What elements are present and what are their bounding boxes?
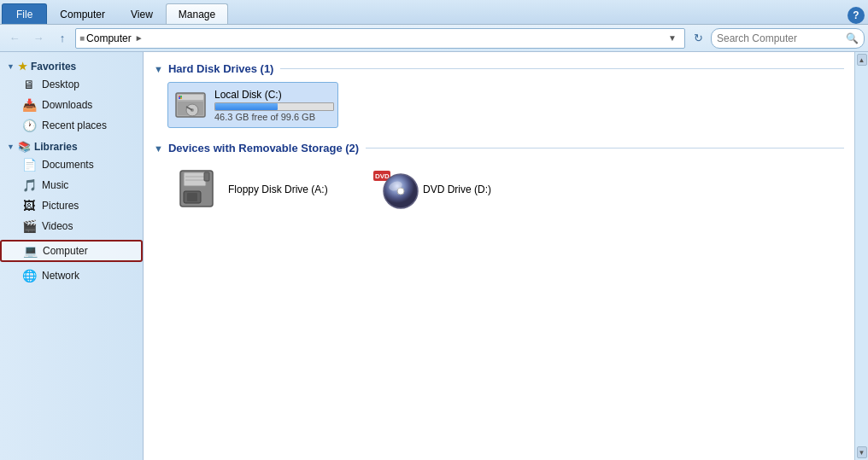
recent-places-label: Recent places — [42, 119, 107, 131]
hard-disk-section-header: ▼ Hard Disk Drives (1) — [154, 62, 844, 75]
ribbon-right: ? — [847, 7, 868, 24]
sidebar-item-network[interactable]: 🌐 Network — [0, 265, 143, 286]
scroll-down-icon: ▼ — [859, 449, 865, 457]
address-path: Hard Disk Drives (1) Computer ► — [86, 32, 664, 44]
sidebar-item-recent-places[interactable]: 🕐 Recent places — [0, 115, 143, 136]
scroll-up-icon: ▲ — [859, 56, 865, 64]
tab-file[interactable]: File — [2, 3, 47, 24]
removable-item-floppy[interactable]: Floppy Disk Drive (A:) — [167, 161, 355, 218]
sidebar-section-favorites: ▼ ★ Favorites 🖥 Desktop 📥 Downloads 🕐 Re… — [0, 59, 143, 136]
downloads-icon: 📥 — [21, 98, 37, 112]
documents-icon: 📄 — [21, 158, 37, 172]
path-arrow[interactable]: ► — [135, 33, 144, 43]
drive-c-progress-bar — [214, 102, 334, 111]
ribbon-tabs: File Computer View Manage ? — [0, 0, 868, 24]
scroll-down-button[interactable]: ▼ — [857, 446, 867, 458]
sidebar-item-documents[interactable]: 📄 Documents — [0, 154, 143, 175]
tab-manage[interactable]: Manage — [166, 3, 228, 24]
drive-item-c[interactable]: Local Disk (C:) 46.3 GB free of 99.6 GB — [167, 82, 338, 128]
removable-collapse-icon[interactable]: ▼ — [154, 143, 163, 154]
floppy-name: Floppy Disk Drive (A:) — [228, 183, 328, 195]
help-icon: ? — [853, 9, 859, 21]
search-wrap: 🔍 — [711, 28, 865, 49]
svg-rect-10 — [180, 97, 182, 99]
sidebar: ▼ ★ Favorites 🖥 Desktop 📥 Downloads 🕐 Re… — [0, 52, 144, 460]
scroll-up-button[interactable]: ▲ — [857, 54, 867, 66]
floppy-svg — [179, 169, 216, 210]
sidebar-item-music[interactable]: 🎵 Music — [0, 175, 143, 195]
ribbon: File Computer View Manage ? — [0, 0, 868, 25]
computer-icon: 💻 — [22, 244, 38, 258]
path-separator: ■ — [79, 33, 85, 43]
downloads-label: Downloads — [42, 99, 92, 111]
dvd-svg: DVD — [373, 169, 419, 210]
pictures-icon: 🖼 — [21, 199, 37, 213]
favorites-star-icon: ★ — [18, 61, 27, 73]
main-layout: ▼ ★ Favorites 🖥 Desktop 📥 Downloads 🕐 Re… — [0, 52, 868, 460]
help-button[interactable]: ? — [847, 7, 865, 24]
sidebar-item-downloads[interactable]: 📥 Downloads — [0, 95, 143, 115]
dvd-name: DVD Drive (D:) — [423, 183, 491, 195]
svg-text:DVD: DVD — [375, 172, 390, 180]
path-computer-label: Computer — [86, 32, 132, 44]
search-icon: 🔍 — [846, 32, 859, 44]
sidebar-item-pictures[interactable]: 🖼 Pictures — [0, 195, 143, 216]
hard-disk-divider — [280, 68, 844, 69]
recent-places-icon: 🕐 — [21, 119, 37, 132]
removable-item-dvd[interactable]: DVD — [362, 161, 550, 218]
hard-disk-section-title: Hard Disk Drives (1) — [168, 62, 274, 75]
back-button[interactable]: ← — [3, 28, 26, 49]
network-label: Network — [42, 270, 79, 282]
refresh-icon: ↻ — [694, 32, 703, 44]
svg-rect-7 — [179, 96, 180, 97]
favorites-label: Favorites — [31, 61, 76, 73]
tab-computer[interactable]: Computer — [47, 3, 118, 24]
sidebar-item-videos[interactable]: 🎬 Videos — [0, 216, 143, 236]
removable-divider — [366, 148, 844, 148]
scrollbar-area[interactable]: ▲ ▼ — [854, 52, 868, 460]
music-icon: 🎵 — [21, 178, 37, 192]
hard-disk-collapse-icon[interactable]: ▼ — [154, 64, 163, 74]
svg-rect-16 — [187, 193, 197, 201]
address-dropdown-arrow[interactable]: ▼ — [664, 33, 681, 43]
computer-label: Computer — [43, 245, 88, 257]
videos-label: Videos — [42, 220, 73, 232]
drive-c-free-space: 46.3 GB free of 99.6 GB — [214, 112, 334, 122]
address-input[interactable]: ■ Hard Disk Drives (1) Computer ► ▼ — [75, 28, 685, 49]
up-icon: ↑ — [60, 32, 66, 44]
pictures-label: Pictures — [42, 200, 79, 212]
tab-manage-label: Manage — [179, 9, 215, 20]
network-icon: 🌐 — [21, 269, 37, 282]
libraries-icon: 📚 — [18, 141, 31, 153]
sidebar-heading-favorites[interactable]: ▼ ★ Favorites — [0, 59, 143, 74]
documents-label: Documents — [42, 159, 94, 171]
svg-rect-17 — [204, 172, 209, 181]
svg-rect-8 — [180, 96, 182, 97]
drive-item-c-row: Local Disk (C:) 46.3 GB free of 99.6 GB — [173, 88, 332, 122]
drive-c-icon — [173, 88, 208, 122]
videos-icon: 🎬 — [21, 219, 37, 233]
drive-c-name: Local Disk (C:) — [214, 89, 334, 101]
sidebar-item-desktop[interactable]: 🖥 Desktop — [0, 74, 143, 95]
removable-section-header: ▼ Devices with Removable Storage (2) — [154, 142, 844, 154]
refresh-button[interactable]: ↻ — [687, 28, 709, 49]
desktop-icon: 🖥 — [21, 78, 37, 91]
tab-view[interactable]: View — [118, 3, 166, 24]
svg-rect-12 — [184, 172, 206, 186]
drive-c-info: Local Disk (C:) 46.3 GB free of 99.6 GB — [214, 89, 334, 122]
back-icon: ← — [9, 32, 21, 44]
content-area: ▼ Hard Disk Drives (1) — [144, 52, 854, 460]
music-label: Music — [42, 179, 68, 191]
libraries-collapse-icon: ▼ — [7, 143, 15, 151]
desktop-label: Desktop — [42, 79, 79, 90]
up-button[interactable]: ↑ — [51, 28, 73, 49]
removable-section-title: Devices with Removable Storage (2) — [168, 142, 359, 154]
forward-button[interactable]: → — [27, 28, 50, 49]
sidebar-item-computer[interactable]: 💻 Computer — [0, 240, 143, 262]
tab-view-label: View — [131, 9, 153, 20]
sidebar-section-network: 🌐 Network — [0, 265, 143, 286]
search-input[interactable] — [717, 32, 846, 44]
removable-devices-grid: Floppy Disk Drive (A:) DVD — [167, 161, 844, 218]
dvd-icon: DVD — [373, 169, 414, 210]
sidebar-heading-libraries[interactable]: ▼ 📚 Libraries — [0, 139, 143, 154]
